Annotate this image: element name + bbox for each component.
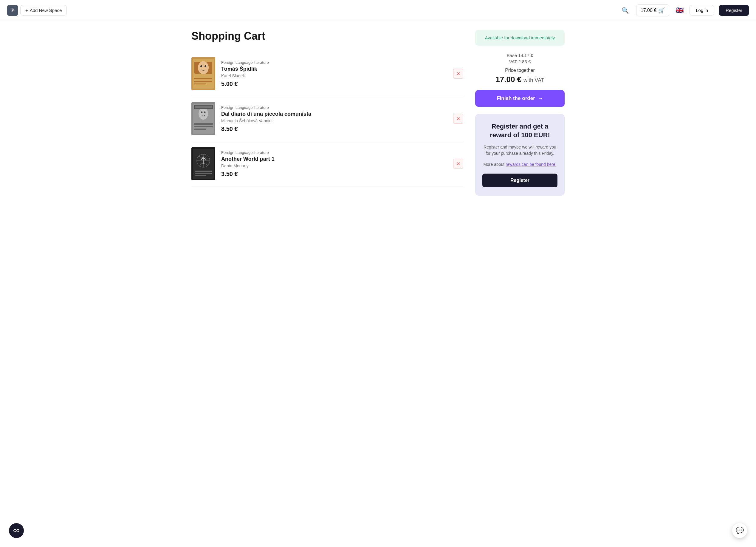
item-price-2: 8.50 € — [221, 125, 447, 132]
table-row: Foreign Language literature Tomáš Špidlí… — [191, 51, 463, 96]
svg-point-3 — [198, 61, 209, 74]
finish-order-button[interactable]: Finish the order → — [475, 90, 565, 107]
cart-item-details-2: Foreign Language literature Dal diario d… — [221, 105, 447, 132]
svg-point-12 — [201, 111, 203, 113]
finish-order-label: Finish the order — [497, 95, 535, 101]
svg-rect-7 — [194, 81, 212, 82]
price-breakdown: Base 14.17 € VAT 2.83 € Price together 1… — [475, 53, 565, 84]
item-title-3: Another World part 1 — [221, 156, 447, 162]
search-icon: 🔍 — [622, 7, 629, 14]
register-button[interactable]: Register — [719, 5, 749, 16]
reward-desc: Register and maybe we will reward you fo… — [482, 144, 557, 156]
remove-item-1-button[interactable]: ✕ — [453, 69, 463, 79]
logo-icon: ✳ — [7, 5, 18, 16]
navbar: ✳ + Add New Space 🔍 17.00 € 🛒 🇬🇧 Log in … — [0, 0, 756, 21]
book-cover-3 — [191, 147, 215, 180]
svg-rect-22 — [195, 170, 212, 172]
reward-register-button[interactable]: Register — [482, 173, 557, 187]
item-author-1: Karel Sládek — [221, 73, 447, 78]
item-category-3: Foreign Language literature — [221, 150, 447, 155]
item-title-1: Tomáš Špidlík — [221, 66, 447, 72]
reward-link-text: More about rewards can be found here. — [482, 161, 557, 168]
item-price-1: 5.00 € — [221, 80, 447, 87]
svg-point-11 — [199, 108, 208, 120]
reward-link-prefix: More about — [483, 162, 506, 167]
base-price: Base 14.17 € — [475, 53, 565, 58]
add-space-plus: + — [25, 8, 28, 13]
navbar-right: 🔍 17.00 € 🛒 🇬🇧 Log in Register — [619, 4, 749, 16]
svg-rect-18 — [195, 106, 212, 108]
svg-rect-15 — [194, 126, 213, 127]
svg-rect-6 — [194, 78, 212, 79]
svg-point-4 — [200, 65, 202, 67]
item-author-3: Dante Moriarty — [221, 163, 447, 168]
cart-amount: 17.00 € 🛒 — [636, 4, 669, 16]
reward-title: Register and get a reward of 100 EUR! — [482, 122, 557, 139]
total-price-value: 17.00 € — [495, 75, 521, 84]
cart-section: Shopping Cart Foreign — [191, 30, 463, 186]
item-price-3: 3.50 € — [221, 170, 447, 177]
add-space-button[interactable]: + Add New Space — [20, 5, 67, 15]
table-row: Foreign Language literature Dal diario d… — [191, 96, 463, 141]
navbar-left: ✳ + Add New Space — [7, 5, 67, 16]
cart-icon: 🛒 — [658, 7, 665, 14]
book-image-1 — [191, 57, 215, 90]
add-space-label: Add New Space — [30, 8, 62, 13]
price-together-label: Price together — [475, 68, 565, 73]
svg-rect-14 — [194, 123, 213, 125]
vat-price: VAT 2.83 € — [475, 59, 565, 64]
book-image-2 — [191, 102, 215, 135]
download-badge: Available for download immediately — [475, 30, 565, 46]
item-title-2: Dal diario di una piccola comunista — [221, 111, 447, 117]
remove-item-2-button[interactable]: ✕ — [453, 114, 463, 124]
cart-amount-text: 17.00 € — [641, 8, 656, 13]
language-selector[interactable]: 🇬🇧 — [674, 5, 685, 16]
main-container: Shopping Cart Foreign — [184, 21, 572, 204]
order-summary: Available for download immediately Base … — [475, 30, 565, 196]
book-image-3 — [191, 147, 215, 180]
table-row: Foreign Language literature Another Worl… — [191, 141, 463, 186]
svg-point-5 — [205, 65, 206, 67]
search-button[interactable]: 🔍 — [619, 4, 631, 16]
svg-rect-23 — [195, 173, 212, 174]
svg-rect-16 — [194, 128, 206, 130]
reward-section: Register and get a reward of 100 EUR! Re… — [475, 114, 565, 196]
svg-point-13 — [204, 111, 206, 113]
svg-rect-8 — [194, 83, 206, 84]
item-author-2: Michaela Šebőková Vannini — [221, 118, 447, 123]
cart-item-details-1: Foreign Language literature Tomáš Špidlí… — [221, 60, 447, 87]
item-category-1: Foreign Language literature — [221, 60, 447, 65]
remove-item-3-button[interactable]: ✕ — [453, 159, 463, 169]
login-button[interactable]: Log in — [690, 5, 714, 15]
finish-order-arrow: → — [538, 95, 543, 101]
book-cover-1 — [191, 57, 215, 90]
total-price: 17.00 € with VAT — [475, 75, 565, 84]
svg-rect-24 — [195, 175, 206, 176]
reward-link[interactable]: rewards can be found here. — [506, 162, 556, 167]
book-cover-2 — [191, 102, 215, 135]
cart-item-details-3: Foreign Language literature Another Worl… — [221, 150, 447, 177]
item-category-2: Foreign Language literature — [221, 105, 447, 110]
total-price-suffix: with VAT — [523, 77, 544, 83]
page-title: Shopping Cart — [191, 30, 463, 42]
